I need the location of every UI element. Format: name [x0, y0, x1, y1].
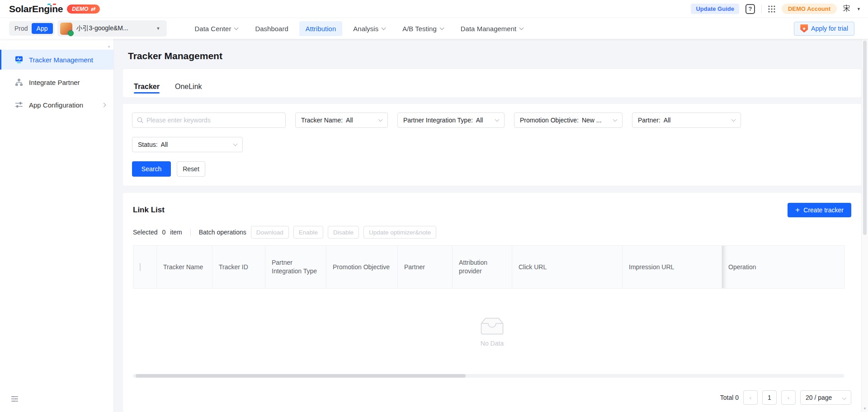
sidebar-item-tracker-management[interactable]: Tracker Management: [0, 50, 113, 70]
chevron-down-icon: [495, 117, 500, 122]
table-header-row: Tracker Name Tracker ID Partner Integrat…: [133, 246, 844, 289]
prev-page-button[interactable]: ‹: [743, 390, 758, 405]
nav-attribution[interactable]: Attribution: [299, 21, 343, 36]
collapse-sidebar-icon[interactable]: [11, 396, 19, 404]
nav-analysis[interactable]: Analysis: [347, 21, 392, 36]
col-promotion-objective: Promotion Objective: [326, 246, 398, 289]
tracker-monitor-icon: [15, 56, 23, 64]
batch-download-button[interactable]: Download: [251, 226, 289, 239]
reset-button[interactable]: Reset: [177, 161, 205, 177]
tracker-table: Tracker Name Tracker ID Partner Integrat…: [133, 245, 844, 289]
android-badge-icon: [68, 30, 74, 36]
user-menu-caret-icon[interactable]: ▼: [857, 7, 861, 11]
top-bar: SolarEngine DEMO ⇄ Update Guide ? DEMO A…: [0, 0, 868, 18]
chevron-down-icon: [731, 117, 736, 122]
filter-partner-integration-type[interactable]: Partner Integration Type: All: [397, 112, 505, 128]
main-content: Tracker Management Tracker OneLink Track…: [114, 39, 868, 412]
nav-ab-testing[interactable]: A/B Testing: [396, 21, 450, 36]
select-all-checkbox[interactable]: [140, 263, 141, 271]
horizontal-scrollbar-thumb[interactable]: [136, 374, 466, 378]
link-list-panel: Link List + Create tracker Selected 0 it…: [123, 193, 861, 412]
trial-shield-icon: ★: [800, 24, 808, 33]
no-data-label: No Data: [481, 340, 504, 347]
pagination: Total 0 ‹ 1 › 20 / page: [133, 390, 851, 412]
app-selector[interactable]: 小引3-google&M... ▼: [57, 20, 167, 37]
env-toggle: Prod App: [9, 21, 55, 36]
filter-tracker-name[interactable]: Tracker Name: All: [295, 112, 388, 128]
tab-tracker[interactable]: Tracker: [134, 83, 160, 97]
filter-promotion-objective[interactable]: Promotion Objective: New ...: [514, 112, 623, 128]
chevron-down-icon: [378, 117, 383, 122]
env-app-option[interactable]: App: [32, 23, 53, 34]
sidebar-item-integrate-partner[interactable]: Integrate Partner: [0, 72, 113, 92]
next-page-button[interactable]: ›: [781, 390, 796, 405]
logo-accent-cyan: [47, 4, 51, 5]
nav-data-center[interactable]: Data Center: [189, 21, 245, 36]
chevron-right-icon: [102, 103, 106, 107]
update-guide-button[interactable]: Update Guide: [691, 4, 739, 14]
divider: [761, 5, 762, 13]
link-list-title: Link List: [133, 206, 165, 215]
help-icon[interactable]: ?: [745, 4, 755, 14]
filter-partner[interactable]: Partner: All: [632, 112, 741, 128]
chevron-down-icon: [613, 117, 618, 122]
batch-operations-bar: Selected 0 item Batch operations Downloa…: [133, 226, 851, 239]
apply-for-trial-button[interactable]: ★ Apply for trial: [794, 22, 854, 36]
app-icon: [60, 23, 72, 35]
app-selector-caret-icon: ▼: [156, 26, 160, 31]
batch-operations-label: Batch operations: [199, 229, 246, 236]
sidebar-item-app-configuration[interactable]: App Configuration: [0, 95, 113, 115]
sliders-icon: [15, 101, 23, 109]
sidebar-scroll-up-icon[interactable]: ▲: [107, 44, 111, 48]
user-avatar[interactable]: 宋: [843, 4, 850, 14]
page-number-button[interactable]: 1: [762, 390, 777, 405]
nav-dashboard[interactable]: Dashboard: [249, 21, 294, 36]
col-attribution-provider: Attribution provider: [453, 246, 512, 289]
chevron-down-icon: [439, 25, 444, 30]
batch-disable-button[interactable]: Disable: [328, 226, 359, 239]
swap-icon: ⇄: [90, 6, 95, 12]
plus-icon: +: [795, 206, 800, 215]
filter-status[interactable]: Status: All: [132, 137, 243, 152]
chevron-down-icon: [234, 25, 239, 30]
col-partner-integration-type: Partner Integration Type: [265, 246, 326, 289]
horizontal-scrollbar: [133, 374, 844, 378]
batch-update-optimizer-button[interactable]: Update optimizer&note: [363, 226, 436, 239]
chevron-down-icon: [842, 395, 847, 400]
page-size-select[interactable]: 20 / page: [800, 390, 851, 405]
page-scrollbar: ▼: [861, 39, 868, 412]
page-scrollbar-thumb[interactable]: [863, 41, 867, 235]
apps-grid-icon[interactable]: [768, 5, 775, 13]
chevron-down-icon: [519, 25, 524, 30]
empty-state: No Data: [133, 289, 851, 374]
solarengine-logo: SolarEngine: [9, 4, 63, 14]
batch-enable-button[interactable]: Enable: [293, 226, 323, 239]
partner-network-icon: [15, 78, 23, 86]
create-tracker-button[interactable]: + Create tracker: [788, 203, 851, 217]
chevron-down-icon: [382, 25, 386, 30]
col-impression-url: Impression URL: [623, 246, 722, 289]
sidebar: ▲ Tracker Management Integrate Partner: [0, 39, 114, 412]
col-click-url: Click URL: [512, 246, 623, 289]
no-data-icon: [479, 316, 505, 335]
account-type-badge: DEMO Account: [782, 4, 837, 14]
tab-onelink[interactable]: OneLink: [175, 83, 202, 97]
search-icon: [137, 117, 143, 123]
main-nav: Data Center Dashboard Attribution Analys…: [189, 21, 530, 36]
scrollbar-down-arrow-icon[interactable]: ▼: [863, 407, 867, 411]
demo-mode-badge[interactable]: DEMO ⇄: [67, 5, 100, 14]
search-button[interactable]: Search: [132, 161, 171, 177]
page-title: Tracker Management: [128, 51, 861, 61]
divider: [190, 229, 191, 236]
nav-data-management[interactable]: Data Management: [454, 21, 529, 36]
selected-unit: item: [170, 229, 182, 236]
tabs-bar: Tracker OneLink: [123, 69, 861, 97]
search-input[interactable]: [146, 117, 281, 124]
col-operation: Operation: [722, 246, 844, 289]
filter-panel: Tracker Name: All Partner Integration Ty…: [123, 104, 861, 186]
col-tracker-name: Tracker Name: [157, 246, 212, 289]
selected-count: 0: [162, 229, 165, 236]
env-prod-option[interactable]: Prod: [14, 25, 28, 32]
total-count-label: Total 0: [720, 394, 739, 401]
selected-label: Selected: [133, 229, 157, 236]
